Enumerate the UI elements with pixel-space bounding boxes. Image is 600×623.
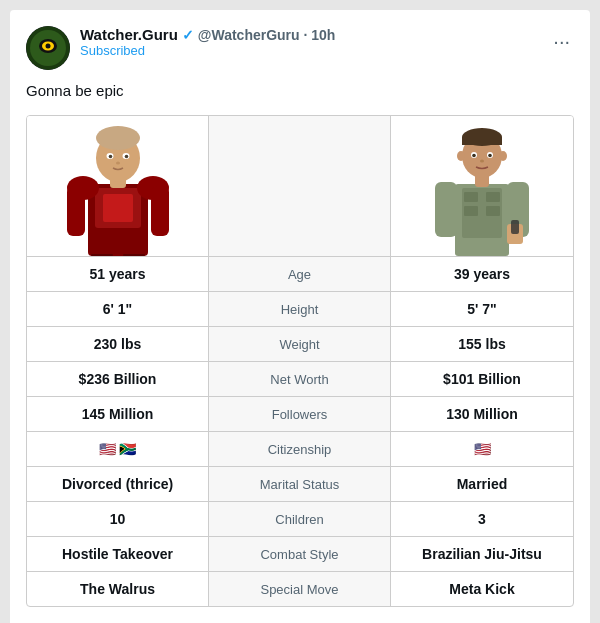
cell-middle: Special Move: [209, 572, 391, 606]
cell-left: The Walrus: [27, 572, 209, 606]
table-row: 145 MillionFollowers130 Million: [27, 397, 573, 432]
cell-middle: Followers: [209, 397, 391, 431]
tweet-text: Gonna be epic: [26, 80, 574, 101]
svg-point-4: [46, 44, 51, 49]
svg-rect-27: [486, 206, 500, 216]
cell-left: 6' 1": [27, 292, 209, 326]
cell-middle: Net Worth: [209, 362, 391, 396]
tweet-header: Watcher.Guru ✓ @WatcherGuru · 10h Subscr…: [26, 26, 574, 70]
cell-right: 155 lbs: [391, 327, 573, 361]
table-row: 🇺🇸 🇿🇦Citizenship🇺🇸: [27, 432, 573, 467]
table-row: 10Children3: [27, 502, 573, 537]
svg-rect-7: [103, 194, 133, 222]
cell-middle: Citizenship: [209, 432, 391, 466]
table-row: The WalrusSpecial MoveMeta Kick: [27, 572, 573, 606]
cell-middle: Marital Status: [209, 467, 391, 501]
right-person-cell: [391, 116, 573, 256]
cell-left: Divorced (thrice): [27, 467, 209, 501]
cell-right: 130 Million: [391, 397, 573, 431]
cell-right: Brazilian Jiu-Jitsu: [391, 537, 573, 571]
cell-left: $236 Billion: [27, 362, 209, 396]
svg-point-39: [488, 154, 492, 158]
svg-rect-26: [464, 206, 478, 216]
cell-left: 51 years: [27, 257, 209, 291]
header-left: Watcher.Guru ✓ @WatcherGuru · 10h Subscr…: [26, 26, 335, 70]
svg-rect-24: [464, 192, 478, 202]
cell-right: Married: [391, 467, 573, 501]
cell-middle: Combat Style: [209, 537, 391, 571]
middle-header-cell: [209, 116, 391, 256]
table-row: $236 BillionNet Worth$101 Billion: [27, 362, 573, 397]
tweet-card: Watcher.Guru ✓ @WatcherGuru · 10h Subscr…: [10, 10, 590, 623]
cell-middle: Height: [209, 292, 391, 326]
svg-rect-28: [435, 182, 457, 237]
svg-rect-31: [511, 220, 519, 234]
svg-rect-35: [462, 137, 502, 145]
table-row: 51 yearsAge39 years: [27, 257, 573, 292]
left-person-cell: [27, 116, 209, 256]
svg-point-38: [472, 154, 476, 158]
username: Watcher.Guru: [80, 26, 178, 43]
table-row: Hostile TakeoverCombat StyleBrazilian Ji…: [27, 537, 573, 572]
svg-point-42: [499, 151, 507, 161]
svg-point-19: [116, 162, 120, 165]
cell-middle: Children: [209, 502, 391, 536]
svg-rect-20: [91, 254, 113, 256]
svg-rect-11: [151, 186, 169, 236]
username-row: Watcher.Guru ✓ @WatcherGuru · 10h: [80, 26, 335, 43]
user-info: Watcher.Guru ✓ @WatcherGuru · 10h Subscr…: [80, 26, 335, 58]
cell-right: Meta Kick: [391, 572, 573, 606]
table-row: 230 lbsWeight155 lbs: [27, 327, 573, 362]
table-image-row: [27, 116, 573, 257]
svg-point-41: [457, 151, 465, 161]
svg-rect-21: [123, 254, 145, 256]
cell-middle: Age: [209, 257, 391, 291]
verified-badge: ✓: [182, 27, 194, 43]
cell-left: 10: [27, 502, 209, 536]
cell-left: Hostile Takeover: [27, 537, 209, 571]
avatar: [26, 26, 70, 70]
comparison-table: 51 yearsAge39 years6' 1"Height5' 7"230 l…: [26, 115, 574, 607]
cell-right: $101 Billion: [391, 362, 573, 396]
cell-right: 39 years: [391, 257, 573, 291]
cell-right: 5' 7": [391, 292, 573, 326]
cell-right: 🇺🇸: [391, 432, 573, 466]
more-options-icon[interactable]: ···: [549, 26, 574, 57]
cell-left: 230 lbs: [27, 327, 209, 361]
table-row: 6' 1"Height5' 7": [27, 292, 573, 327]
data-rows: 51 yearsAge39 years6' 1"Height5' 7"230 l…: [27, 257, 573, 606]
right-person-image: [417, 116, 547, 256]
svg-rect-25: [486, 192, 500, 202]
subscribed-label: Subscribed: [80, 43, 335, 58]
cell-right: 3: [391, 502, 573, 536]
svg-point-40: [480, 160, 484, 163]
cell-middle: Weight: [209, 327, 391, 361]
cell-left: 🇺🇸 🇿🇦: [27, 432, 209, 466]
svg-rect-10: [67, 186, 85, 236]
table-row: Divorced (thrice)Marital StatusMarried: [27, 467, 573, 502]
cell-left: 145 Million: [27, 397, 209, 431]
svg-point-17: [108, 155, 112, 159]
handle-time: @WatcherGuru · 10h: [198, 27, 336, 43]
svg-point-14: [96, 126, 140, 150]
svg-point-18: [124, 155, 128, 159]
left-person-image: [53, 116, 183, 256]
